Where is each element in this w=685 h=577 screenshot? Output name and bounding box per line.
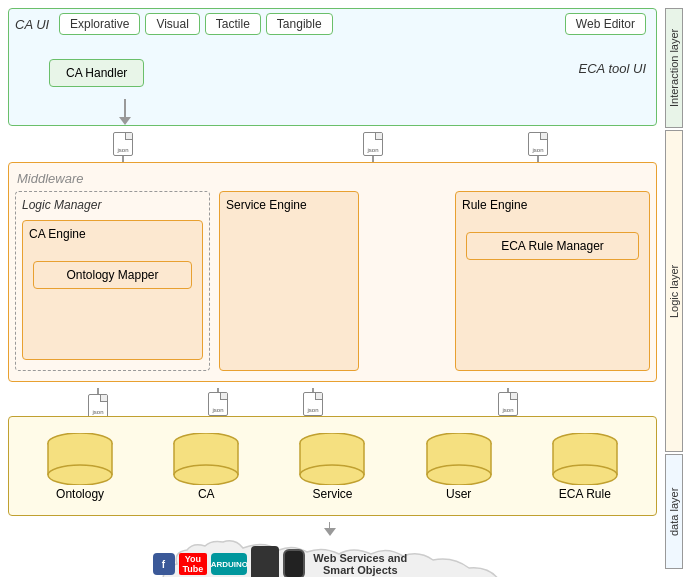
tangible-button[interactable]: Tangible xyxy=(266,13,333,35)
cloud-text-block: Web Services and Smart Objects xyxy=(313,552,407,576)
cylinder-service: Service xyxy=(296,433,368,501)
coffee-maker-icon xyxy=(251,546,279,577)
visual-button[interactable]: Visual xyxy=(145,13,199,35)
eca-ui-label: ECA tool UI xyxy=(579,59,646,77)
eca-rule-label: ECA Rule xyxy=(559,487,611,501)
middleware-label: Middleware xyxy=(17,171,648,186)
ca-ui-label: CA UI xyxy=(15,15,49,33)
json-file-3: json xyxy=(528,132,548,156)
data-layer-label: data layer xyxy=(665,454,683,569)
rule-engine-box: Rule Engine ECA Rule Manager xyxy=(455,191,650,371)
svg-point-4 xyxy=(48,465,112,485)
ca-engine-label: CA Engine xyxy=(29,227,196,241)
youtube-icon: YouTube xyxy=(179,553,208,575)
cloud-content: f YouTube ARDUINO Web Services and Smart… xyxy=(153,546,408,577)
json-file-b2: json xyxy=(208,392,228,416)
logic-manager-box: Logic Manager CA Engine Ontology Mapper xyxy=(15,191,210,371)
cloud-section: f YouTube ARDUINO Web Services and Smart… xyxy=(8,538,657,577)
interaction-layer: CA UI Explorative Visual Tactile Tangibl… xyxy=(8,8,657,126)
ui-buttons-row: Explorative Visual Tactile Tangible xyxy=(59,13,333,35)
explorative-button[interactable]: Explorative xyxy=(59,13,140,35)
cylinder-user: User xyxy=(423,433,495,501)
cylinder-ontology: Ontology xyxy=(44,433,116,501)
service-engine-box: Service Engine xyxy=(219,191,359,371)
json-file-b4: json xyxy=(498,392,518,416)
svg-point-14 xyxy=(300,465,364,485)
user-label: User xyxy=(446,487,471,501)
web-editor-button[interactable]: Web Editor xyxy=(565,13,646,35)
json-file-1: json xyxy=(113,132,133,156)
cloud-arrow xyxy=(8,522,657,534)
cylinder-eca-rule: ECA Rule xyxy=(549,433,621,501)
tactile-button[interactable]: Tactile xyxy=(205,13,261,35)
cylinder-ca: CA xyxy=(170,433,242,501)
ontology-mapper-box: Ontology Mapper xyxy=(33,261,192,289)
svg-point-9 xyxy=(174,465,238,485)
smartwatch-icon xyxy=(283,549,305,577)
ca-arrow-down xyxy=(119,99,131,125)
rule-engine-label: Rule Engine xyxy=(462,198,643,212)
json-file-b3: json xyxy=(303,392,323,416)
interaction-layer-label: Interaction layer xyxy=(665,8,683,128)
svg-point-19 xyxy=(427,465,491,485)
data-cylinders-row: Ontology CA xyxy=(17,433,648,501)
ca-handler-box: CA Handler xyxy=(49,59,144,87)
cloud-wrapper: f YouTube ARDUINO Web Services and Smart… xyxy=(8,538,657,577)
service-label: Service xyxy=(312,487,352,501)
logic-layer: Middleware Logic Manager CA Engine Ontol… xyxy=(8,162,657,382)
json-icons-row-top: json json json xyxy=(8,132,657,162)
service-engine-label: Service Engine xyxy=(226,198,352,212)
facebook-icon: f xyxy=(153,553,175,575)
content-area: CA UI Explorative Visual Tactile Tangibl… xyxy=(8,8,657,569)
arduino-icon: ARDUINO xyxy=(211,553,247,575)
json-icons-row-bottom: json json json xyxy=(8,388,657,416)
main-container: Interaction layer Logic layer data layer… xyxy=(0,0,685,577)
ontology-label: Ontology xyxy=(56,487,104,501)
json-file-2: json xyxy=(363,132,383,156)
cloud-container: f YouTube ARDUINO Web Services and Smart… xyxy=(143,538,523,577)
side-labels: Interaction layer Logic layer data layer xyxy=(665,8,683,569)
ca-engine-box: CA Engine Ontology Mapper xyxy=(22,220,203,360)
data-layer: Ontology CA xyxy=(8,416,657,516)
logic-manager-label: Logic Manager xyxy=(22,198,203,212)
svg-point-24 xyxy=(553,465,617,485)
logic-layer-label: Logic layer xyxy=(665,130,683,452)
eca-rule-manager-box: ECA Rule Manager xyxy=(466,232,639,260)
json-file-b1: json xyxy=(88,394,108,418)
ca-label: CA xyxy=(198,487,215,501)
